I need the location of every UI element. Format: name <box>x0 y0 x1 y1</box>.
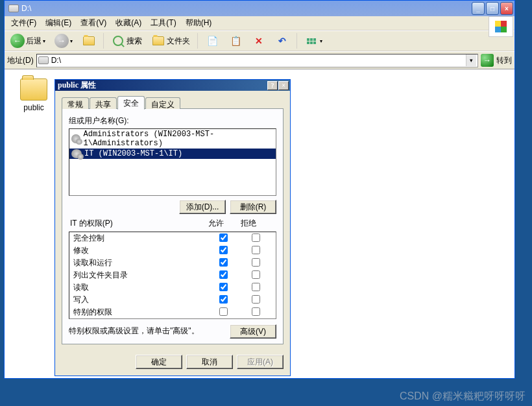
close-button[interactable]: × <box>278 81 289 90</box>
toolbar: ← 后退 ▾ → ▾ 搜索 文件夹 📄 📋 ✕ ↶ ▾ <box>5 30 514 51</box>
tab-custom[interactable]: 自定义 <box>145 97 180 109</box>
search-label: 搜索 <box>127 36 142 47</box>
dialog-title: public 属性 <box>58 80 267 91</box>
properties-dialog: public 属性 ? × 常规 共享 安全 自定义 组或用户名称(G): Ad… <box>54 79 291 376</box>
close-button[interactable]: × <box>500 2 513 15</box>
up-button[interactable] <box>79 32 99 50</box>
allow-header: 允许 <box>200 218 232 229</box>
menu-help[interactable]: 帮助(H) <box>182 16 216 30</box>
tab-security[interactable]: 安全 <box>117 96 145 110</box>
group-icon <box>71 149 82 158</box>
back-label: 后退 <box>26 36 42 47</box>
deny-checkbox[interactable] <box>252 270 260 279</box>
permission-row: 读取和运行 <box>69 257 276 269</box>
permission-row: 列出文件夹目录 <box>69 269 276 281</box>
deny-checkbox[interactable] <box>252 283 260 291</box>
watermark: CSDN @糯米糍粑呀呀呀呀 <box>400 390 526 403</box>
deny-checkbox[interactable] <box>252 246 260 254</box>
dialog-titlebar[interactable]: public 属性 ? × <box>55 80 290 91</box>
help-button[interactable]: ? <box>267 81 278 90</box>
back-icon: ← <box>10 34 25 48</box>
views-icon <box>304 34 319 48</box>
permission-name: 修改 <box>73 245 207 256</box>
views-button[interactable]: ▾ <box>301 32 326 50</box>
address-dropdown-button[interactable]: ▾ <box>466 54 476 66</box>
forward-icon: → <box>54 34 69 48</box>
allow-checkbox[interactable] <box>219 283 228 291</box>
special-permissions-text: 特别权限或高级设置，请单击"高级"。 <box>69 326 230 337</box>
deny-checkbox[interactable] <box>252 258 260 267</box>
dropdown-icon: ▾ <box>70 38 73 44</box>
user-list[interactable]: Administrators (WIN2003-MST-1\Administra… <box>69 128 276 196</box>
advanced-button[interactable]: 高级(V) <box>230 324 276 339</box>
permission-name: 列出文件夹目录 <box>73 270 207 281</box>
undo-icon: ↶ <box>275 34 289 48</box>
address-input[interactable] <box>51 56 463 65</box>
permissions-box: 完全控制修改读取和运行列出文件夹目录读取写入特别的权限 <box>69 232 276 319</box>
allow-checkbox[interactable] <box>219 246 228 254</box>
deny-checkbox[interactable] <box>252 233 260 242</box>
window-title: D:\ <box>8 4 472 13</box>
menu-edit[interactable]: 编辑(E) <box>42 16 75 30</box>
allow-checkbox[interactable] <box>219 258 228 267</box>
permission-name: 写入 <box>73 294 207 305</box>
permission-name: 特别的权限 <box>73 307 207 318</box>
allow-checkbox[interactable] <box>219 307 228 316</box>
deny-header: 拒绝 <box>232 218 265 229</box>
menubar: 文件(F) 编辑(E) 查看(V) 收藏(A) 工具(T) 帮助(H) <box>5 16 514 30</box>
separator <box>296 33 297 49</box>
apply-button[interactable]: 应用(A) <box>237 355 284 369</box>
move-button[interactable]: 📄 <box>202 32 223 50</box>
back-button[interactable]: ← 后退 ▾ <box>7 32 49 50</box>
permission-name: 完全控制 <box>73 233 207 244</box>
separator <box>197 33 198 49</box>
folder-icon <box>20 78 47 101</box>
permission-row: 读取 <box>69 281 276 294</box>
remove-button[interactable]: 删除(R) <box>230 200 276 214</box>
search-icon <box>111 34 125 48</box>
go-button[interactable]: → <box>481 54 494 67</box>
allow-checkbox[interactable] <box>219 270 228 279</box>
deny-checkbox[interactable] <box>252 307 260 316</box>
user-list-row[interactable]: Administrators (WIN2003-MST-1\Administra… <box>69 129 276 149</box>
folder-public[interactable]: public <box>11 76 56 115</box>
cancel-button[interactable]: 取消 <box>186 355 233 369</box>
maximize-button[interactable]: □ <box>486 2 499 15</box>
folders-icon <box>151 34 165 48</box>
forward-button[interactable]: → ▾ <box>51 32 76 50</box>
up-icon <box>82 34 96 48</box>
allow-checkbox[interactable] <box>219 295 228 304</box>
deny-checkbox[interactable] <box>252 295 260 304</box>
folder-label: public <box>23 103 43 112</box>
drive-icon <box>8 5 19 12</box>
menu-view[interactable]: 查看(V) <box>77 16 110 30</box>
folders-button[interactable]: 文件夹 <box>148 32 193 50</box>
permission-row: 写入 <box>69 294 276 306</box>
permissions-list[interactable]: 完全控制修改读取和运行列出文件夹目录读取写入特别的权限 <box>69 232 276 318</box>
explorer-titlebar[interactable]: D:\ _ □ × <box>5 1 514 16</box>
dialog-buttons: 确定 取消 应用(A) <box>55 348 290 376</box>
addressbar: 地址(D) ▾ → 转到 <box>5 51 514 69</box>
drive-icon <box>38 56 49 64</box>
allow-checkbox[interactable] <box>219 233 228 242</box>
menu-file[interactable]: 文件(F) <box>7 16 40 30</box>
ok-button[interactable]: 确定 <box>136 355 182 369</box>
minimize-button[interactable]: _ <box>472 2 485 15</box>
user-name: IT (WIN2003-MST-1\IT) <box>84 149 182 158</box>
search-button[interactable]: 搜索 <box>108 32 145 50</box>
folders-label: 文件夹 <box>167 36 190 47</box>
delete-button[interactable]: ✕ <box>248 32 269 50</box>
add-button[interactable]: 添加(D)... <box>179 200 226 214</box>
copy-button[interactable]: 📋 <box>225 32 246 50</box>
move-icon: 📄 <box>205 34 219 48</box>
tab-sharing[interactable]: 共享 <box>90 97 117 109</box>
user-list-row[interactable]: IT (WIN2003-MST-1\IT) <box>69 149 276 159</box>
tab-general[interactable]: 常规 <box>62 97 89 109</box>
permission-row: 特别的权限 <box>69 306 276 318</box>
undo-button[interactable]: ↶ <box>272 32 293 50</box>
menu-favorites[interactable]: 收藏(A) <box>112 16 145 30</box>
menu-tools[interactable]: 工具(T) <box>147 16 180 30</box>
delete-icon: ✕ <box>252 34 266 48</box>
dropdown-icon: ▾ <box>320 38 322 44</box>
address-input-wrap[interactable]: ▾ <box>36 54 478 67</box>
